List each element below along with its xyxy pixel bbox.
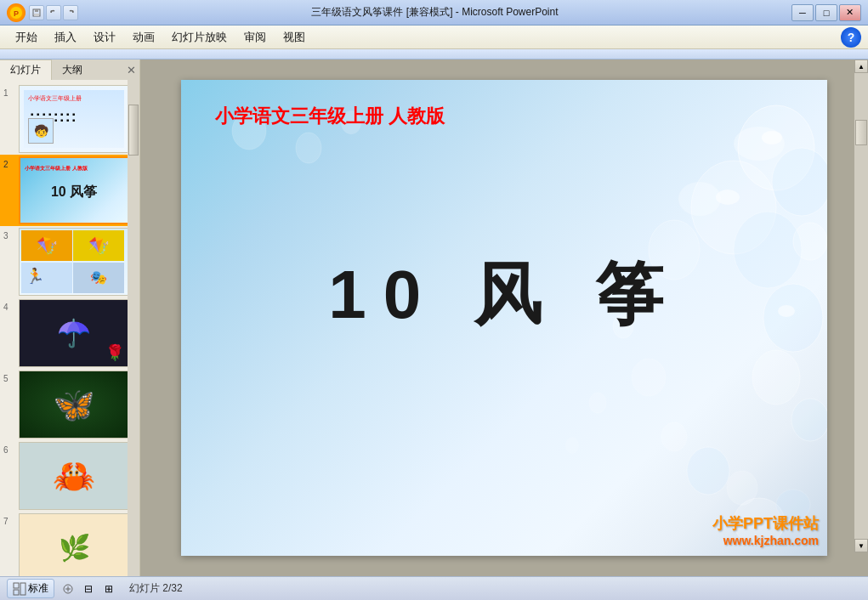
view-label: 标准 — [28, 581, 48, 596]
slide-item-3[interactable]: 3 🪁 🪁 🏃 🎭 — [0, 226, 139, 297]
slide-thumb-2[interactable]: 小学语文三年级上册 人教版 10 风筝 — [19, 156, 129, 224]
tab-outline[interactable]: 大纲 — [52, 59, 93, 80]
slide-number-1: 1 — [3, 85, 15, 98]
slide-canvas: 小学语文三年级上册 人教版 10 风 筝 小学PPT课件站 www.kjzhan… — [181, 80, 827, 556]
view-icon-4[interactable]: ⊞ — [102, 582, 116, 596]
slide-thumb-4[interactable]: ☂️ 🌹 — [19, 299, 129, 367]
ribbon — [0, 49, 868, 59]
undo-button[interactable] — [46, 5, 61, 20]
scroll-down-button[interactable]: ▼ — [854, 539, 868, 552]
svg-rect-4 — [34, 14, 39, 16]
svg-rect-3 — [35, 9, 38, 12]
slide-scrollbar[interactable]: ▲ ▼ — [854, 59, 868, 552]
redo-button[interactable] — [63, 5, 78, 20]
slide-item-4[interactable]: 4 ☂️ 🌹 — [0, 297, 139, 369]
menu-slideshow[interactable]: 幻灯片放映 — [163, 27, 235, 48]
window-title: 三年级语文风筝课件 [兼容模式] - Microsoft PowerPoint — [311, 5, 558, 20]
slide-number-7: 7 — [3, 513, 15, 526]
menu-start[interactable]: 开始 — [7, 27, 46, 48]
menu-view[interactable]: 视图 — [275, 27, 314, 48]
quick-access-toolbar — [29, 5, 78, 20]
view-icon-3[interactable]: ⊟ — [82, 582, 95, 596]
slide-panel: 幻灯片 大纲 ✕ 1 小学语文三年级上册 ■■■■ ■■■■ ■■■■ — [0, 59, 140, 576]
slide-number-3: 3 — [3, 228, 15, 241]
view-icon-2[interactable] — [61, 582, 75, 596]
view-standard-button[interactable]: 标准 — [7, 579, 54, 598]
tab-slides[interactable]: 幻灯片 — [0, 59, 52, 80]
watermark-line1: 小学PPT课件站 — [712, 513, 819, 534]
maximize-button[interactable]: □ — [815, 4, 837, 21]
close-button[interactable]: ✕ — [839, 4, 861, 21]
slide-thumb-6[interactable]: 🦀 — [19, 442, 129, 510]
watermark: 小学PPT课件站 www.kjzhan.com — [712, 513, 819, 547]
panel-close-button[interactable]: ✕ — [127, 64, 136, 76]
svg-rect-33 — [14, 583, 19, 588]
slide-item-7[interactable]: 7 🌿 — [0, 512, 139, 576]
save-button[interactable] — [29, 5, 44, 20]
slide-thumb-7[interactable]: 🌿 — [19, 513, 129, 576]
slide-content: 小学语文三年级上册 人教版 10 风 筝 — [181, 80, 827, 556]
minimize-button[interactable]: ─ — [791, 4, 814, 21]
slide-main-title: 10 风 筝 — [181, 250, 827, 342]
slide-subtitle: 小学语文三年级上册 人教版 — [215, 104, 445, 129]
svg-rect-34 — [14, 590, 19, 595]
menu-bar: 开始 插入 设计 动画 幻灯片放映 审阅 视图 ? — [0, 25, 868, 49]
scroll-up-button[interactable]: ▲ — [854, 59, 868, 73]
slide-thumb-3[interactable]: 🪁 🪁 🏃 🎭 — [19, 228, 129, 296]
menu-design[interactable]: 设计 — [85, 27, 124, 48]
slide-count: 幻灯片 2/32 — [129, 581, 183, 596]
slide-number-6: 6 — [3, 442, 15, 455]
main-area: 幻灯片 大纲 ✕ 1 小学语文三年级上册 ■■■■ ■■■■ ■■■■ — [0, 59, 868, 576]
scrollbar-track[interactable] — [854, 73, 868, 539]
slide-number-2: 2 — [3, 156, 15, 169]
panel-scrollbar[interactable] — [128, 80, 139, 576]
menu-review[interactable]: 审阅 — [235, 27, 275, 48]
slide-thumb-1[interactable]: 小学语文三年级上册 ■■■■ ■■■■ ■■■■ ■■■■ 🧒 — [19, 85, 129, 153]
thumb-2-title: 10 风筝 — [51, 184, 97, 201]
slide-item-6[interactable]: 6 🦀 — [0, 440, 139, 512]
status-bar: 标准 ⊟ ⊞ 幻灯片 2/32 — [0, 576, 868, 600]
menu-animation[interactable]: 动画 — [124, 27, 163, 48]
title-bar-left: P — [7, 3, 78, 22]
slide-item-1[interactable]: 1 小学语文三年级上册 ■■■■ ■■■■ ■■■■ ■■■■ — [0, 83, 139, 155]
slide-item-5[interactable]: 5 🦋 — [0, 369, 139, 440]
slide-number-4: 4 — [3, 299, 15, 312]
scrollbar-thumb[interactable] — [855, 120, 867, 145]
slide-thumb-5[interactable]: 🦋 — [19, 371, 129, 439]
slide-view: 小学语文三年级上册 人教版 10 风 筝 小学PPT课件站 www.kjzhan… — [140, 59, 868, 576]
panel-tabs: 幻灯片 大纲 ✕ — [0, 59, 139, 80]
window-controls: ─ □ ✕ — [791, 4, 861, 21]
slide-list: 1 小学语文三年级上册 ■■■■ ■■■■ ■■■■ ■■■■ — [0, 80, 139, 576]
help-icon[interactable]: ? — [841, 27, 861, 48]
watermark-line2: www.kjzhan.com — [712, 534, 819, 547]
svg-text:P: P — [14, 9, 19, 18]
title-bar: P — [0, 0, 868, 25]
slide-number-5: 5 — [3, 371, 15, 383]
slide-item-2[interactable]: 2 小学语文三年级上册 人教版 10 风筝 — [0, 155, 139, 226]
menu-insert[interactable]: 插入 — [46, 27, 85, 48]
app-icon: P — [7, 3, 26, 22]
panel-scroll-thumb[interactable] — [128, 105, 139, 156]
view-icon — [13, 582, 26, 596]
svg-rect-35 — [20, 583, 26, 595]
status-left: 标准 ⊟ ⊞ — [7, 579, 116, 598]
